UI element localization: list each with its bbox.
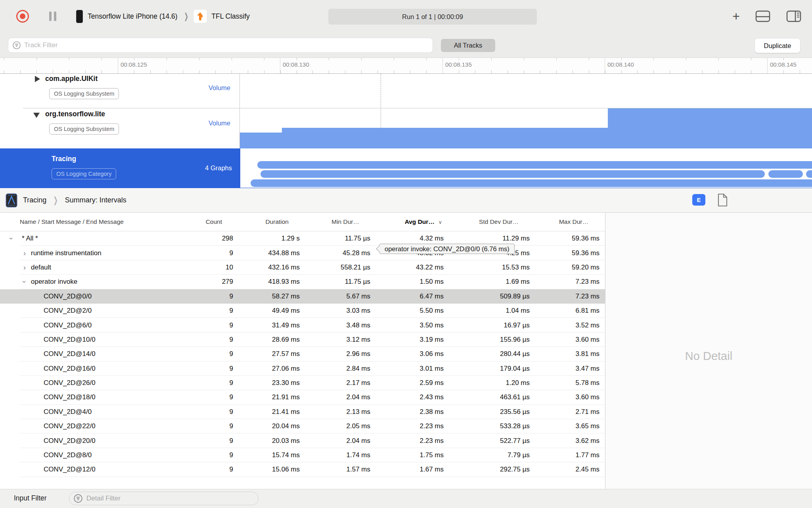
row-count-cell: 9 bbox=[182, 408, 239, 416]
row-std-cell: 522.77 µs bbox=[449, 437, 535, 445]
disclosure-collapsed-icon[interactable] bbox=[35, 76, 40, 82]
track-row-tracing[interactable]: Tracing OS Logging Category 4 Graphs bbox=[0, 148, 812, 188]
pause-icon bbox=[49, 12, 52, 21]
row-min-cell: 2.05 ms bbox=[305, 422, 376, 430]
table-row[interactable]: CONV_2D@2/0949.49 ms3.03 ms5.50 ms1.04 m… bbox=[0, 304, 605, 318]
device-selector[interactable]: Tensorflow Lite iPhone (14.6) bbox=[88, 12, 178, 21]
interval-bar[interactable] bbox=[768, 170, 803, 178]
row-count-cell: 9 bbox=[182, 307, 239, 315]
interval-bar[interactable] bbox=[251, 179, 812, 187]
disclosure-expanded-icon[interactable] bbox=[33, 113, 40, 118]
column-header-duration[interactable]: Duration bbox=[239, 218, 305, 225]
row-name-cell: CONV_2D@8/0 bbox=[0, 451, 182, 459]
disclosure-collapsed-icon[interactable]: › bbox=[21, 250, 28, 257]
track-row-tensorflow[interactable]: org.tensorflow.lite OS Logging Subsystem… bbox=[0, 108, 812, 148]
row-count-cell: 9 bbox=[182, 336, 239, 344]
track-graph-uikit[interactable] bbox=[239, 74, 812, 108]
interval-bar[interactable] bbox=[806, 170, 812, 178]
tensorflow-logo-icon[interactable] bbox=[193, 9, 207, 23]
disclosure-expanded-icon[interactable]: › bbox=[8, 235, 15, 242]
timeline-ruler[interactable]: 00:08.12500:08.13000:08.13500:08.14000:0… bbox=[0, 58, 812, 74]
volume-graph-segment bbox=[282, 128, 608, 148]
row-duration-cell: 434.88 ms bbox=[239, 249, 305, 257]
column-header-min-dur[interactable]: Min Dur… bbox=[305, 218, 376, 225]
track-filter-input[interactable]: Track Filter bbox=[8, 38, 433, 53]
table-row[interactable]: CONV_2D@22/0920.04 ms2.05 ms2.23 ms533.2… bbox=[0, 419, 605, 433]
table-row[interactable]: CONV_2D@6/0931.49 ms3.48 ms3.50 ms16.97 … bbox=[0, 318, 605, 332]
table-row[interactable]: CONV_2D@0/0958.27 ms5.67 ms6.47 ms509.89… bbox=[0, 289, 605, 304]
row-min-cell: 2.04 ms bbox=[305, 437, 376, 445]
detail-filter-input[interactable]: Detail Filter bbox=[69, 492, 259, 505]
add-instrument-button[interactable]: + bbox=[732, 10, 740, 23]
table-row[interactable]: CONV_2D@4/0921.41 ms2.13 ms2.38 ms235.56… bbox=[0, 405, 605, 419]
row-avg-cell: 2.59 ms bbox=[376, 379, 449, 387]
table-row[interactable]: CONV_2D@12/0915.06 ms1.57 ms1.67 ms292.7… bbox=[0, 462, 605, 477]
row-duration-cell: 418.93 ms bbox=[239, 278, 305, 286]
row-avg-cell: 6.47 ms bbox=[376, 292, 449, 300]
row-label: CONV_2D@6/0 bbox=[44, 321, 92, 329]
ruler-tick-label: 00:08.140 bbox=[607, 61, 634, 68]
row-avg-cell: 5.50 ms bbox=[376, 307, 449, 315]
column-header-avg-dur[interactable]: Avg Dur…∨ bbox=[376, 218, 449, 225]
row-avg-cell: 2.23 ms bbox=[376, 437, 449, 445]
disclosure-collapsed-icon[interactable]: › bbox=[21, 264, 28, 271]
row-duration-cell: 27.57 ms bbox=[239, 350, 305, 358]
track-graph-tracing[interactable] bbox=[240, 148, 812, 188]
row-avg-cell: 1.75 ms bbox=[376, 451, 449, 459]
column-header-std-dev-dur[interactable]: Std Dev Dur… bbox=[449, 218, 535, 225]
table-row[interactable]: CONV_2D@16/0927.06 ms2.84 ms3.01 ms179.0… bbox=[0, 362, 605, 376]
row-count-cell: 279 bbox=[182, 278, 239, 286]
row-label: CONV_2D@2/0 bbox=[44, 307, 92, 315]
record-button[interactable] bbox=[16, 10, 29, 23]
table-row[interactable]: CONV_2D@18/0921.91 ms2.04 ms2.43 ms463.6… bbox=[0, 390, 605, 404]
duplicate-button[interactable]: Duplicate bbox=[755, 38, 801, 53]
bottom-pane-toggle-button[interactable] bbox=[755, 10, 771, 23]
breadcrumb-tracing[interactable]: Tracing bbox=[23, 196, 46, 204]
track-title: org.tensorflow.lite bbox=[45, 110, 105, 118]
column-header-max-dur[interactable]: Max Dur… bbox=[535, 218, 605, 225]
row-avg-cell: 2.38 ms bbox=[376, 408, 449, 416]
ruler-gridline bbox=[118, 58, 118, 73]
all-tracks-button[interactable]: All Tracks bbox=[441, 39, 495, 52]
disclosure-expanded-icon[interactable]: › bbox=[21, 279, 28, 285]
bottom-filter-bar: Input Filter Detail Filter bbox=[0, 489, 812, 508]
extended-detail-button[interactable]: E bbox=[692, 194, 705, 206]
row-std-cell: 15.53 ms bbox=[449, 264, 535, 271]
row-duration-cell: 21.91 ms bbox=[239, 393, 305, 401]
table-row[interactable]: ›default10432.16 ms558.21 µs43.22 ms15.5… bbox=[0, 260, 605, 275]
interval-bar[interactable] bbox=[260, 170, 765, 178]
table-row[interactable]: CONV_2D@26/0923.30 ms2.17 ms2.59 ms1.20 … bbox=[0, 376, 605, 390]
record-icon bbox=[20, 13, 25, 19]
row-count-cell: 9 bbox=[182, 466, 239, 473]
breadcrumb-summary-intervals[interactable]: Summary: Intervals bbox=[65, 196, 126, 204]
table-row[interactable]: CONV_2D@10/0928.69 ms3.12 ms3.19 ms155.9… bbox=[0, 333, 605, 347]
ruler-tick-label: 00:08.135 bbox=[445, 61, 472, 68]
table-row[interactable]: CONV_2D@14/0927.57 ms2.96 ms3.06 ms280.4… bbox=[0, 347, 605, 361]
row-count-cell: 9 bbox=[182, 321, 239, 329]
row-avg-cell: 3.06 ms bbox=[376, 350, 449, 358]
row-name-cell: CONV_2D@16/0 bbox=[0, 365, 182, 373]
no-detail-label: No Detail bbox=[605, 350, 812, 363]
row-count-cell: 10 bbox=[182, 264, 239, 271]
table-row[interactable]: CONV_2D@8/0915.74 ms1.74 ms1.75 ms7.79 µ… bbox=[0, 448, 605, 462]
row-max-cell: 5.78 ms bbox=[535, 379, 605, 387]
row-std-cell: 509.89 µs bbox=[449, 292, 535, 300]
column-header-count[interactable]: Count bbox=[182, 218, 239, 225]
detail-breadcrumb-bar: Tracing ❯ Summary: Intervals bbox=[0, 188, 812, 213]
table-row[interactable]: ›operator invoke279418.93 ms11.75 µs1.50… bbox=[0, 275, 605, 289]
interval-bar[interactable] bbox=[257, 161, 812, 169]
column-header-name[interactable]: Name / Start Message / End Message bbox=[0, 218, 182, 225]
row-min-cell: 558.21 µs bbox=[305, 264, 376, 271]
row-std-cell: 16.97 µs bbox=[449, 321, 535, 329]
right-pane-toggle-button[interactable] bbox=[786, 10, 802, 23]
track-row-uikit[interactable]: com.apple.UIKit OS Logging Subsystem Vol… bbox=[0, 74, 812, 108]
row-std-cell: 179.04 µs bbox=[449, 365, 535, 373]
document-icon[interactable] bbox=[716, 193, 729, 207]
track-filter-placeholder: Track Filter bbox=[24, 41, 57, 49]
target-selector[interactable]: TFL Classify bbox=[211, 12, 250, 21]
row-max-cell: 3.47 ms bbox=[535, 365, 605, 373]
table-row[interactable]: CONV_2D@20/0920.03 ms2.04 ms2.23 ms522.7… bbox=[0, 433, 605, 448]
pause-button[interactable] bbox=[49, 12, 56, 21]
row-duration-cell: 432.16 ms bbox=[239, 264, 305, 271]
instruments-window: Tensorflow Lite iPhone (14.6) ❯ TFL Clas… bbox=[0, 0, 812, 508]
